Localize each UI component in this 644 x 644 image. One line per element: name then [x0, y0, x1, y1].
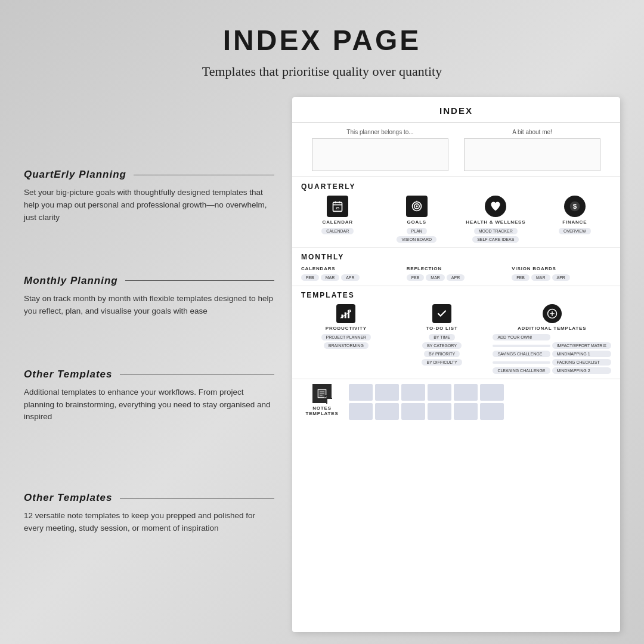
left-panel: QuartErly Planning Set your big-picture …	[24, 97, 274, 632]
section-title-monthly: Monthly Planning	[24, 275, 118, 287]
section-line-quarterly	[134, 175, 274, 175]
tag[interactable]: MAR	[531, 274, 550, 281]
tag[interactable]: PLAN	[407, 228, 427, 234]
q-tags-goals: PLAN VISION BOARD	[397, 228, 436, 243]
tag[interactable]: PROJECT PLANNER	[321, 334, 371, 340]
q-item-finance: $ FINANCE OVERVIEW	[538, 196, 612, 243]
note-thumb[interactable]	[375, 403, 399, 420]
calendar-icon: 25	[327, 196, 348, 217]
tag[interactable]: MAR	[321, 274, 340, 281]
tag[interactable]: MOOD TRACKER	[474, 228, 518, 234]
q-label-health: HEALTH & WELLNESS	[466, 219, 525, 225]
note-thumb[interactable]	[349, 384, 373, 401]
tag[interactable]: CALENDAR	[321, 228, 354, 234]
note-thumb[interactable]	[428, 384, 451, 401]
m-col-label-reflection: REFLECTION	[407, 266, 442, 271]
tag[interactable]: BRAINSTORMING	[324, 342, 369, 349]
main-area: QuartErly Planning Set your big-picture …	[0, 91, 644, 644]
svg-text:$: $	[573, 202, 577, 210]
about-box[interactable]	[464, 138, 601, 171]
tag[interactable]: APR	[447, 274, 465, 281]
note-thumb[interactable]	[349, 403, 373, 420]
tag[interactable]: BY TIME	[429, 334, 455, 340]
content-wrapper: INDEX PAGE Templates that prioritise qua…	[0, 0, 644, 644]
note-thumb[interactable]	[401, 384, 425, 401]
quarterly-heading: QUARTERLY	[301, 182, 611, 191]
tag[interactable]: MAR	[426, 274, 445, 281]
note-thumb[interactable]	[480, 403, 504, 420]
note-thumb[interactable]	[401, 403, 425, 420]
q-tags-finance: OVERVIEW	[559, 228, 591, 234]
tag[interactable]: FEB	[407, 274, 425, 281]
notes-row-2	[349, 403, 611, 420]
page-subtitle: Templates that prioritise quality over q…	[0, 64, 644, 79]
tag[interactable]: SAVINGS CHALLENGE	[493, 351, 550, 357]
t-label-productivity: PRODUCTIVITY	[326, 326, 367, 331]
notes-icon	[312, 384, 332, 403]
tag[interactable]: BY DIFFICULTY	[422, 359, 462, 366]
t-tags-additional: ADD YOUR OWN! IMPACT/EFFORT MATRIX SAVIN…	[493, 334, 611, 374]
left-section-quarterly: QuartErly Planning Set your big-picture …	[24, 169, 274, 224]
tag[interactable]: MINDMAPPING 1	[552, 351, 611, 357]
health-icon	[485, 196, 506, 217]
svg-text:25: 25	[336, 206, 340, 210]
notes-grid	[349, 384, 611, 420]
t-label-todo: TO-DO LIST	[426, 326, 457, 331]
svg-point-7	[416, 205, 417, 207]
notes-cols: NOTES TEMPLATES	[301, 384, 611, 420]
left-section-other2: Other Templates 12 versatile note templa…	[24, 492, 274, 535]
left-section-other1: Other Templates Additional templates to …	[24, 369, 274, 424]
m-col-label-calendars: CALENDARS	[301, 266, 335, 271]
page-title: INDEX PAGE	[0, 24, 644, 57]
tag[interactable]: OVERVIEW	[559, 228, 591, 234]
section-desc-other1: Additional templates to enhance your wor…	[24, 386, 274, 424]
tag[interactable]: FEB	[512, 274, 530, 281]
tag[interactable]: BY PRIORITY	[424, 351, 460, 357]
note-thumb[interactable]	[375, 384, 399, 401]
tag[interactable]: FEB	[301, 274, 319, 281]
section-title-quarterly: QuartErly Planning	[24, 169, 126, 181]
index-card: INDEX This planner belongs to... A bit a…	[292, 97, 620, 632]
m-tags-reflection: FEB MAR APR	[407, 274, 465, 281]
tag[interactable]	[493, 345, 550, 347]
index-card-header: INDEX	[292, 97, 620, 123]
note-thumb[interactable]	[454, 384, 478, 401]
note-thumb[interactable]	[454, 403, 478, 420]
templates-section: TEMPLATES PRODUCTIVITY PROJECT PLANNER B…	[292, 286, 620, 379]
tag[interactable]: APR	[341, 274, 359, 281]
note-thumb[interactable]	[480, 384, 504, 401]
m-col-calendars: CALENDARS FEB MAR APR	[301, 266, 401, 281]
tag[interactable]: APR	[552, 274, 570, 281]
section-line-monthly	[125, 280, 274, 281]
t-label-additional: ADDITIONAL TEMPLATES	[518, 326, 586, 331]
belongs-box[interactable]	[312, 138, 449, 171]
about-label: A bit about me!	[512, 129, 552, 135]
tag[interactable]: PACKING CHECKLIST	[552, 359, 611, 366]
tag[interactable]: CLEANING CHALLENGE	[493, 367, 550, 374]
notes-left: NOTES TEMPLATES	[301, 384, 343, 419]
tag[interactable]: BY CATEGORY	[422, 342, 462, 349]
tag[interactable]: IMPACT/EFFORT MATRIX	[552, 342, 611, 349]
belongs-label: This planner belongs to...	[346, 129, 413, 135]
additional-icon	[543, 304, 562, 323]
page-header: INDEX PAGE Templates that prioritise qua…	[0, 0, 644, 91]
m-tags-vision: FEB MAR APR	[512, 274, 570, 281]
t-col-additional: ADDITIONAL TEMPLATES ADD YOUR OWN! IMPAC…	[493, 304, 611, 374]
note-thumb[interactable]	[428, 403, 451, 420]
notes-row-1	[349, 384, 611, 401]
section-desc-monthly: Stay on track month by month with flexib…	[24, 293, 274, 318]
belongs-row: This planner belongs to... A bit about m…	[292, 123, 620, 177]
tag[interactable]	[493, 361, 550, 364]
tag[interactable]: ADD YOUR OWN!	[493, 334, 550, 340]
t-col-productivity: PRODUCTIVITY PROJECT PLANNER BRAINSTORMI…	[301, 304, 391, 374]
left-section-monthly: Monthly Planning Stay on track month by …	[24, 275, 274, 318]
goals-icon	[406, 196, 428, 217]
q-label-calendar: CALENDAR	[323, 219, 353, 225]
m-col-label-vision: VISION BOARDS	[512, 266, 556, 271]
tag[interactable]: SELF-CARE IDEAS	[472, 236, 519, 243]
section-title-row-other1: Other Templates	[24, 369, 274, 380]
tag[interactable]: MINDMAPPING 2	[552, 367, 611, 374]
todo-icon	[432, 304, 451, 323]
notes-label: NOTES TEMPLATES	[301, 405, 343, 416]
tag[interactable]: VISION BOARD	[397, 236, 436, 243]
